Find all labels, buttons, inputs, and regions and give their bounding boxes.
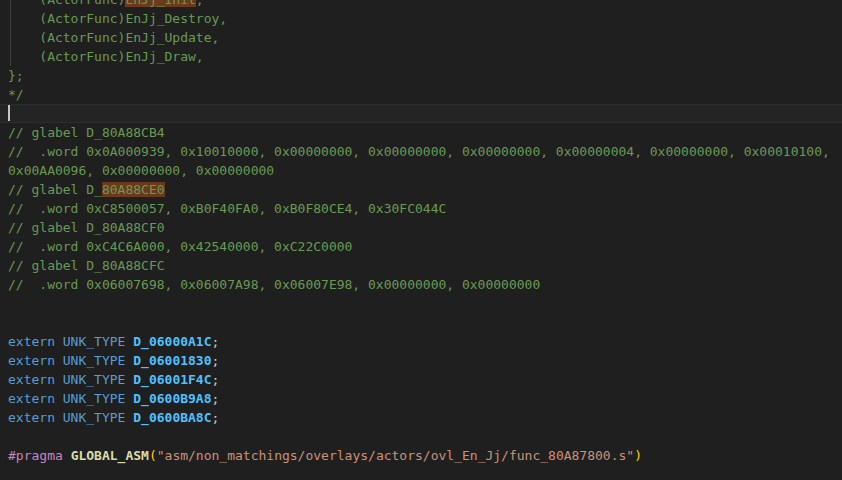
code-line[interactable]: (ActorFunc)EnJj_Init, xyxy=(0,0,842,9)
code-line[interactable]: (ActorFunc)EnJj_Update, xyxy=(0,28,842,47)
code-token: UNK_TYPE xyxy=(63,391,126,406)
code-token: ; xyxy=(212,410,220,425)
code-token: UNK_TYPE xyxy=(63,334,126,349)
code-token: ; xyxy=(212,372,220,387)
code-line[interactable] xyxy=(0,313,842,332)
code-token: D_06001830 xyxy=(133,353,211,368)
code-line[interactable] xyxy=(0,427,842,446)
text-cursor xyxy=(8,105,10,121)
code-line[interactable]: extern UNK_TYPE D_0600BA8C; xyxy=(0,408,842,427)
code-token: (ActorFunc)EnJj_Destroy, xyxy=(8,11,227,26)
code-token: #pragma xyxy=(8,448,71,463)
code-lines: (ActorFunc)EnJj_Init, (ActorFunc)EnJj_De… xyxy=(0,0,842,480)
code-token: }; xyxy=(8,68,24,83)
code-token xyxy=(55,410,63,425)
code-token: D_06001F4C xyxy=(133,372,211,387)
find-match-highlight: 80A88CE0 xyxy=(102,182,165,197)
code-token: ; xyxy=(212,391,220,406)
code-token: ; xyxy=(212,353,220,368)
code-line[interactable]: */ xyxy=(0,85,842,104)
code-token: UNK_TYPE xyxy=(63,353,126,368)
code-line[interactable]: (ActorFunc)EnJj_Draw, xyxy=(0,47,842,66)
code-token: D_06000A1C xyxy=(133,334,211,349)
code-token: // .word 0x0A000939, 0x10010000, 0x00000… xyxy=(8,144,830,159)
code-token: ( xyxy=(149,448,157,463)
code-line[interactable] xyxy=(0,294,842,313)
code-token: UNK_TYPE xyxy=(63,410,126,425)
code-token: "asm/non_matchings/overlays/actors/ovl_E… xyxy=(157,448,634,463)
code-line[interactable]: // glabel D_80A88CB4 xyxy=(0,123,842,142)
code-token: (ActorFunc)EnJj_Draw, xyxy=(8,49,204,64)
code-token: , xyxy=(196,0,204,7)
code-token: // .word 0xC4C6A000, 0x42540000, 0xC22C0… xyxy=(8,239,352,254)
code-token: extern xyxy=(8,372,55,387)
code-token: 0x00AA0096, 0x00000000, 0x00000000 xyxy=(8,163,274,178)
code-line[interactable]: extern UNK_TYPE D_06000A1C; xyxy=(0,332,842,351)
code-token: // glabel D_80A88CFC xyxy=(8,258,165,273)
code-line[interactable]: }; xyxy=(0,66,842,85)
code-line[interactable]: // .word 0x0A000939, 0x10010000, 0x00000… xyxy=(0,142,842,161)
code-line[interactable]: // glabel D_80A88CE0 xyxy=(0,180,842,199)
code-token: extern xyxy=(8,391,55,406)
code-token: D_0600BA8C xyxy=(133,410,211,425)
code-token: extern xyxy=(8,353,55,368)
code-token: */ xyxy=(8,87,24,102)
code-line[interactable]: #pragma GLOBAL_ASM("asm/non_matchings/ov… xyxy=(0,446,842,465)
code-token: // glabel D_ xyxy=(8,182,102,197)
code-token: extern xyxy=(8,410,55,425)
code-token: (ActorFunc) xyxy=(8,0,125,7)
code-token: (ActorFunc)EnJj_Update, xyxy=(8,30,219,45)
code-line[interactable] xyxy=(0,465,842,480)
code-line[interactable]: // .word 0xC4C6A000, 0x42540000, 0xC22C0… xyxy=(0,237,842,256)
code-token: ) xyxy=(634,448,642,463)
code-token: GLOBAL_ASM xyxy=(71,448,149,463)
find-match-highlight: EnJj_Init xyxy=(125,0,195,7)
code-token xyxy=(55,353,63,368)
code-token: // glabel D_80A88CF0 xyxy=(8,220,165,235)
code-token: extern xyxy=(8,334,55,349)
code-token: D_0600B9A8 xyxy=(133,391,211,406)
code-line[interactable]: // .word 0x06007698, 0x06007A98, 0x06007… xyxy=(0,275,842,294)
indent-guide xyxy=(10,0,11,66)
code-line[interactable]: extern UNK_TYPE D_0600B9A8; xyxy=(0,389,842,408)
code-token xyxy=(55,334,63,349)
code-token: // .word 0xC8500057, 0xB0F40FA0, 0xB0F80… xyxy=(8,201,446,216)
code-line[interactable]: // .word 0xC8500057, 0xB0F40FA0, 0xB0F80… xyxy=(0,199,842,218)
code-line[interactable]: 0x00AA0096, 0x00000000, 0x00000000 xyxy=(0,161,842,180)
code-line-current[interactable] xyxy=(0,104,842,123)
code-token xyxy=(55,372,63,387)
code-token xyxy=(55,391,63,406)
code-token: // glabel D_80A88CB4 xyxy=(8,125,165,140)
code-line[interactable]: extern UNK_TYPE D_06001F4C; xyxy=(0,370,842,389)
code-editor[interactable]: (ActorFunc)EnJj_Init, (ActorFunc)EnJj_De… xyxy=(0,0,842,480)
code-token: ; xyxy=(212,334,220,349)
code-token: // .word 0x06007698, 0x06007A98, 0x06007… xyxy=(8,277,540,292)
code-line[interactable]: (ActorFunc)EnJj_Destroy, xyxy=(0,9,842,28)
code-line[interactable]: extern UNK_TYPE D_06001830; xyxy=(0,351,842,370)
code-line[interactable]: // glabel D_80A88CFC xyxy=(0,256,842,275)
code-token: UNK_TYPE xyxy=(63,372,126,387)
code-line[interactable]: // glabel D_80A88CF0 xyxy=(0,218,842,237)
